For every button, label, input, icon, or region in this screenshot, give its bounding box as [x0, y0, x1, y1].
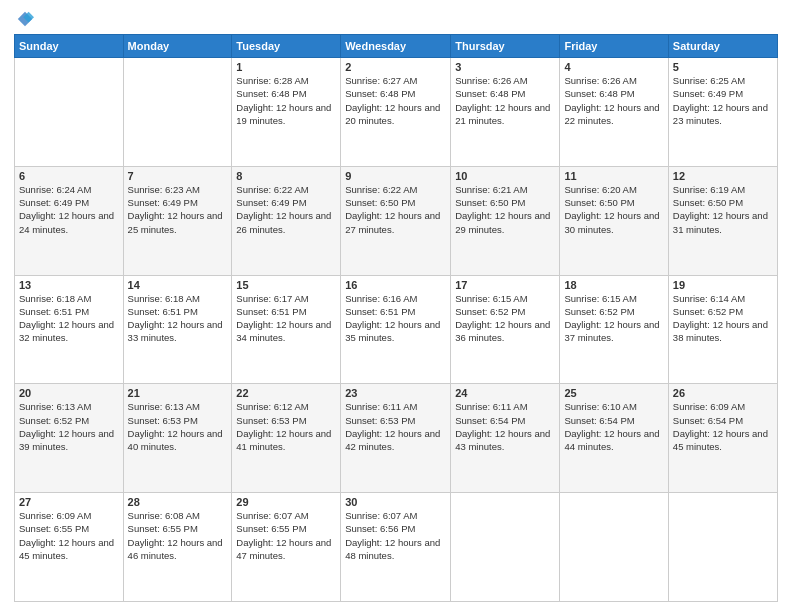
day-number: 2	[345, 61, 446, 73]
day-info: Sunrise: 6:27 AMSunset: 6:48 PMDaylight:…	[345, 75, 440, 126]
day-number: 1	[236, 61, 336, 73]
day-info: Sunrise: 6:12 AMSunset: 6:53 PMDaylight:…	[236, 401, 331, 452]
day-number: 11	[564, 170, 663, 182]
day-header-saturday: Saturday	[668, 35, 777, 58]
day-number: 7	[128, 170, 228, 182]
day-info: Sunrise: 6:22 AMSunset: 6:49 PMDaylight:…	[236, 184, 331, 235]
day-info: Sunrise: 6:07 AMSunset: 6:55 PMDaylight:…	[236, 510, 331, 561]
empty-cell	[668, 493, 777, 602]
day-number: 19	[673, 279, 773, 291]
calendar-day-22: 22 Sunrise: 6:12 AMSunset: 6:53 PMDaylig…	[232, 384, 341, 493]
day-info: Sunrise: 6:07 AMSunset: 6:56 PMDaylight:…	[345, 510, 440, 561]
day-header-thursday: Thursday	[451, 35, 560, 58]
calendar-day-16: 16 Sunrise: 6:16 AMSunset: 6:51 PMDaylig…	[341, 275, 451, 384]
calendar-week-5: 27 Sunrise: 6:09 AMSunset: 6:55 PMDaylig…	[15, 493, 778, 602]
day-info: Sunrise: 6:08 AMSunset: 6:55 PMDaylight:…	[128, 510, 223, 561]
day-number: 14	[128, 279, 228, 291]
day-info: Sunrise: 6:26 AMSunset: 6:48 PMDaylight:…	[564, 75, 659, 126]
day-number: 20	[19, 387, 119, 399]
day-info: Sunrise: 6:20 AMSunset: 6:50 PMDaylight:…	[564, 184, 659, 235]
day-number: 15	[236, 279, 336, 291]
day-header-wednesday: Wednesday	[341, 35, 451, 58]
day-info: Sunrise: 6:15 AMSunset: 6:52 PMDaylight:…	[564, 293, 659, 344]
empty-cell	[560, 493, 668, 602]
day-number: 28	[128, 496, 228, 508]
day-info: Sunrise: 6:14 AMSunset: 6:52 PMDaylight:…	[673, 293, 768, 344]
day-info: Sunrise: 6:16 AMSunset: 6:51 PMDaylight:…	[345, 293, 440, 344]
calendar-day-3: 3 Sunrise: 6:26 AMSunset: 6:48 PMDayligh…	[451, 58, 560, 167]
calendar-day-7: 7 Sunrise: 6:23 AMSunset: 6:49 PMDayligh…	[123, 166, 232, 275]
day-info: Sunrise: 6:28 AMSunset: 6:48 PMDaylight:…	[236, 75, 331, 126]
day-info: Sunrise: 6:11 AMSunset: 6:54 PMDaylight:…	[455, 401, 550, 452]
day-number: 9	[345, 170, 446, 182]
calendar-day-29: 29 Sunrise: 6:07 AMSunset: 6:55 PMDaylig…	[232, 493, 341, 602]
calendar-day-4: 4 Sunrise: 6:26 AMSunset: 6:48 PMDayligh…	[560, 58, 668, 167]
calendar-day-11: 11 Sunrise: 6:20 AMSunset: 6:50 PMDaylig…	[560, 166, 668, 275]
calendar-day-9: 9 Sunrise: 6:22 AMSunset: 6:50 PMDayligh…	[341, 166, 451, 275]
calendar-day-10: 10 Sunrise: 6:21 AMSunset: 6:50 PMDaylig…	[451, 166, 560, 275]
header	[14, 10, 778, 28]
day-header-sunday: Sunday	[15, 35, 124, 58]
day-info: Sunrise: 6:21 AMSunset: 6:50 PMDaylight:…	[455, 184, 550, 235]
day-info: Sunrise: 6:09 AMSunset: 6:54 PMDaylight:…	[673, 401, 768, 452]
day-header-tuesday: Tuesday	[232, 35, 341, 58]
calendar-day-17: 17 Sunrise: 6:15 AMSunset: 6:52 PMDaylig…	[451, 275, 560, 384]
calendar-day-25: 25 Sunrise: 6:10 AMSunset: 6:54 PMDaylig…	[560, 384, 668, 493]
day-number: 22	[236, 387, 336, 399]
day-info: Sunrise: 6:22 AMSunset: 6:50 PMDaylight:…	[345, 184, 440, 235]
day-number: 6	[19, 170, 119, 182]
day-info: Sunrise: 6:26 AMSunset: 6:48 PMDaylight:…	[455, 75, 550, 126]
day-number: 16	[345, 279, 446, 291]
calendar-week-4: 20 Sunrise: 6:13 AMSunset: 6:52 PMDaylig…	[15, 384, 778, 493]
calendar-day-21: 21 Sunrise: 6:13 AMSunset: 6:53 PMDaylig…	[123, 384, 232, 493]
calendar-day-13: 13 Sunrise: 6:18 AMSunset: 6:51 PMDaylig…	[15, 275, 124, 384]
day-info: Sunrise: 6:19 AMSunset: 6:50 PMDaylight:…	[673, 184, 768, 235]
page: SundayMondayTuesdayWednesdayThursdayFrid…	[0, 0, 792, 612]
calendar-day-6: 6 Sunrise: 6:24 AMSunset: 6:49 PMDayligh…	[15, 166, 124, 275]
day-info: Sunrise: 6:23 AMSunset: 6:49 PMDaylight:…	[128, 184, 223, 235]
day-header-monday: Monday	[123, 35, 232, 58]
calendar-day-19: 19 Sunrise: 6:14 AMSunset: 6:52 PMDaylig…	[668, 275, 777, 384]
empty-cell	[451, 493, 560, 602]
day-info: Sunrise: 6:13 AMSunset: 6:52 PMDaylight:…	[19, 401, 114, 452]
day-info: Sunrise: 6:10 AMSunset: 6:54 PMDaylight:…	[564, 401, 659, 452]
calendar-day-20: 20 Sunrise: 6:13 AMSunset: 6:52 PMDaylig…	[15, 384, 124, 493]
day-number: 24	[455, 387, 555, 399]
calendar-week-1: 1 Sunrise: 6:28 AMSunset: 6:48 PMDayligh…	[15, 58, 778, 167]
day-number: 4	[564, 61, 663, 73]
calendar-table: SundayMondayTuesdayWednesdayThursdayFrid…	[14, 34, 778, 602]
day-number: 30	[345, 496, 446, 508]
calendar-week-3: 13 Sunrise: 6:18 AMSunset: 6:51 PMDaylig…	[15, 275, 778, 384]
day-info: Sunrise: 6:11 AMSunset: 6:53 PMDaylight:…	[345, 401, 440, 452]
calendar-day-5: 5 Sunrise: 6:25 AMSunset: 6:49 PMDayligh…	[668, 58, 777, 167]
day-number: 12	[673, 170, 773, 182]
calendar-header-row: SundayMondayTuesdayWednesdayThursdayFrid…	[15, 35, 778, 58]
calendar-day-24: 24 Sunrise: 6:11 AMSunset: 6:54 PMDaylig…	[451, 384, 560, 493]
day-number: 23	[345, 387, 446, 399]
day-info: Sunrise: 6:18 AMSunset: 6:51 PMDaylight:…	[128, 293, 223, 344]
day-info: Sunrise: 6:09 AMSunset: 6:55 PMDaylight:…	[19, 510, 114, 561]
calendar-day-26: 26 Sunrise: 6:09 AMSunset: 6:54 PMDaylig…	[668, 384, 777, 493]
day-header-friday: Friday	[560, 35, 668, 58]
day-number: 13	[19, 279, 119, 291]
day-info: Sunrise: 6:24 AMSunset: 6:49 PMDaylight:…	[19, 184, 114, 235]
day-number: 18	[564, 279, 663, 291]
day-info: Sunrise: 6:15 AMSunset: 6:52 PMDaylight:…	[455, 293, 550, 344]
day-info: Sunrise: 6:25 AMSunset: 6:49 PMDaylight:…	[673, 75, 768, 126]
calendar-week-2: 6 Sunrise: 6:24 AMSunset: 6:49 PMDayligh…	[15, 166, 778, 275]
calendar-day-14: 14 Sunrise: 6:18 AMSunset: 6:51 PMDaylig…	[123, 275, 232, 384]
day-number: 21	[128, 387, 228, 399]
calendar-day-28: 28 Sunrise: 6:08 AMSunset: 6:55 PMDaylig…	[123, 493, 232, 602]
calendar-day-30: 30 Sunrise: 6:07 AMSunset: 6:56 PMDaylig…	[341, 493, 451, 602]
day-info: Sunrise: 6:18 AMSunset: 6:51 PMDaylight:…	[19, 293, 114, 344]
day-number: 5	[673, 61, 773, 73]
day-info: Sunrise: 6:17 AMSunset: 6:51 PMDaylight:…	[236, 293, 331, 344]
calendar-day-18: 18 Sunrise: 6:15 AMSunset: 6:52 PMDaylig…	[560, 275, 668, 384]
calendar-day-23: 23 Sunrise: 6:11 AMSunset: 6:53 PMDaylig…	[341, 384, 451, 493]
day-number: 17	[455, 279, 555, 291]
logo-icon	[16, 10, 34, 28]
day-number: 3	[455, 61, 555, 73]
calendar-day-8: 8 Sunrise: 6:22 AMSunset: 6:49 PMDayligh…	[232, 166, 341, 275]
day-info: Sunrise: 6:13 AMSunset: 6:53 PMDaylight:…	[128, 401, 223, 452]
calendar-day-12: 12 Sunrise: 6:19 AMSunset: 6:50 PMDaylig…	[668, 166, 777, 275]
